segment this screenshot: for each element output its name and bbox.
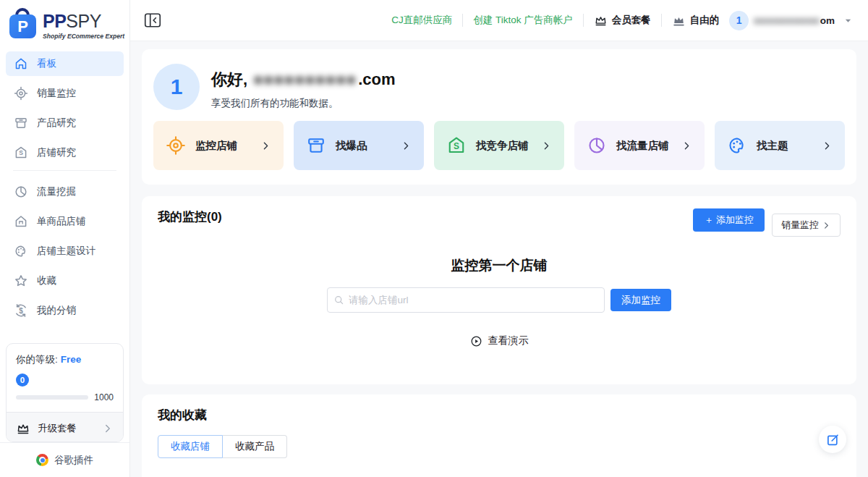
tab-favorite-shops[interactable]: 收藏店铺 (158, 435, 223, 458)
level-current-badge: 0 (16, 373, 29, 387)
pie-chart-icon (14, 185, 28, 199)
sidebar-item-label: 看板 (37, 57, 56, 70)
chevron-right-icon (401, 140, 412, 151)
target-icon (166, 135, 186, 156)
redacted-email: ●●●●●●●●●● (253, 70, 357, 89)
crown-outline-icon (594, 14, 608, 28)
dollar-cycle-icon (14, 303, 28, 318)
collapse-sidebar-icon[interactable] (144, 12, 161, 29)
brand-name: PPSPY (43, 12, 124, 30)
monitor-title: 我的监控(0) (158, 208, 222, 225)
cj-supplier-link[interactable]: CJ直邮供应商 (391, 14, 452, 27)
sidebar-item-label: 我的分销 (37, 304, 76, 317)
quick-action-find-hot-products[interactable]: 找爆品 (294, 121, 424, 170)
level-max: 1000 (94, 392, 114, 402)
view-demo-link[interactable]: 查看演示 (158, 334, 841, 347)
sidebar-item-traffic-mining[interactable]: 流量挖掘 (6, 180, 124, 204)
crown-filled-icon (672, 14, 686, 28)
sidebar-item-shop-research[interactable]: 店铺研究 (6, 140, 124, 165)
user-menu[interactable]: 1 ●●●●●●●●●●om (729, 11, 852, 30)
upgrade-label: 升级套餐 (38, 422, 77, 435)
chrome-plugin-link[interactable]: 谷歌插件 (0, 442, 129, 477)
sidebar-item-label: 流量挖掘 (37, 185, 76, 198)
search-icon (333, 295, 345, 306)
shop-url-input[interactable] (327, 287, 605, 313)
sidebar-item-label: 产品研究 (37, 117, 76, 130)
main-area: CJ直邮供应商 创建 Tiktok 广告商帐户 会员套餐 自由的 1 ●●●●●… (130, 0, 868, 477)
level-label: 你的等级:Free (16, 353, 114, 366)
home-icon (14, 56, 28, 71)
top-bar: CJ直邮供应商 创建 Tiktok 广告商帐户 会员套餐 自由的 1 ●●●●●… (130, 0, 868, 41)
sidebar-item-dashboard[interactable]: 看板 (6, 51, 124, 76)
logo-letter: P (17, 19, 28, 35)
chevron-right-icon (260, 140, 271, 151)
greeting-title: 你好, ●●●●●●●●●● .com (211, 69, 396, 90)
divider (583, 14, 584, 27)
brand-logo[interactable]: P PPSPY Shopify ECommerce Expert (0, 0, 129, 43)
add-monitor-submit-button[interactable]: 添加监控 (610, 289, 671, 311)
tab-favorite-products[interactable]: 收藏产品 (223, 435, 287, 458)
sidebar-item-product-research[interactable]: 产品研究 (6, 111, 124, 135)
favorites-tabs: 收藏店铺 收藏产品 (158, 435, 841, 458)
plugin-label: 谷歌插件 (54, 454, 93, 467)
sidebar-item-label: 店铺研究 (37, 146, 76, 159)
quick-action-monitor-shop[interactable]: 监控店铺 (153, 121, 284, 170)
palette-icon (727, 135, 747, 156)
my-favorites-card: 我的收藏 收藏店铺 收藏产品 (142, 394, 856, 477)
avatar: 1 (729, 11, 749, 30)
tiktok-ads-link[interactable]: 创建 Tiktok 广告商帐户 (473, 14, 573, 27)
divider (462, 14, 463, 27)
play-icon (470, 335, 482, 347)
sales-monitor-button[interactable]: 销量监控 (772, 214, 841, 237)
monitor-empty-title: 监控第一个店铺 (158, 256, 841, 275)
sidebar-item-single-product-store[interactable]: 单商品店铺 (6, 209, 124, 234)
greeting-subtitle: 享受我们所有的功能和数据。 (211, 97, 396, 110)
user-email: ●●●●●●●●●●om (754, 15, 835, 26)
palette-icon (14, 244, 28, 258)
target-icon (14, 86, 28, 101)
sidebar-item-sales-monitor[interactable]: 销量监控 (6, 81, 124, 106)
shop-icon (446, 135, 467, 156)
current-plan-badge[interactable]: 自由的 (672, 14, 720, 28)
quick-actions: 监控店铺 找爆品 找竞争店铺 找流量店铺 (153, 121, 845, 170)
sidebar-item-favorites[interactable]: 收藏 (6, 269, 124, 293)
content: 1 你好, ●●●●●●●●●● .com 享受我们所有的功能和数据。 监控店铺 (130, 41, 868, 477)
shop-icon (14, 145, 28, 160)
sidebar-nav: 看板 销量监控 产品研究 店铺研究 流量挖掘 单商品店铺 (0, 43, 129, 328)
favorites-title: 我的收藏 (158, 407, 841, 423)
ppspy-bag-icon: P (9, 7, 38, 40)
app-window: P PPSPY Shopify ECommerce Expert 看板 销量监控… (0, 0, 868, 477)
divider (661, 14, 662, 27)
avatar-large: 1 (153, 64, 200, 110)
sidebar-item-label: 销量监控 (37, 87, 76, 100)
chevron-right-icon (822, 221, 831, 230)
star-icon (14, 274, 28, 288)
level-card: 你的等级:Free 0 1000 升级套餐 (6, 343, 124, 442)
brand-tagline: Shopify ECommerce Expert (43, 33, 124, 40)
quick-action-find-themes[interactable]: 找主题 (715, 121, 845, 170)
greeting-card: 1 你好, ●●●●●●●●●● .com 享受我们所有的功能和数据。 监控店铺 (142, 49, 856, 185)
chevron-right-icon (681, 140, 692, 151)
quick-action-find-competitors[interactable]: 找竞争店铺 (434, 121, 564, 170)
sidebar-item-label: 店铺主题设计 (37, 245, 95, 258)
add-monitor-button[interactable]: ＋ 添加监控 (693, 208, 765, 232)
sidebar-divider (13, 170, 116, 171)
box-icon (14, 116, 28, 130)
level-value: Free (61, 354, 82, 365)
membership-plan-link[interactable]: 会员套餐 (594, 14, 651, 28)
my-monitor-card: 我的监控(0) ＋ 添加监控 销量监控 监控第一个店铺 (142, 196, 856, 384)
sidebar-item-my-affiliate[interactable]: 我的分销 (6, 298, 124, 323)
sidebar: P PPSPY Shopify ECommerce Expert 看板 销量监控… (0, 0, 130, 477)
chevron-right-icon (102, 423, 114, 434)
sidebar-item-theme-design[interactable]: 店铺主题设计 (6, 239, 124, 263)
quick-action-find-traffic-stores[interactable]: 找流量店铺 (574, 121, 705, 170)
chevron-right-icon (822, 140, 833, 151)
house-icon (14, 214, 28, 229)
chevron-right-icon (541, 140, 552, 151)
crown-icon (16, 421, 30, 436)
upgrade-plan-button[interactable]: 升级套餐 (7, 412, 123, 442)
caret-down-icon (844, 17, 852, 25)
pie-chart-icon (587, 135, 607, 156)
chrome-icon (36, 454, 48, 466)
edit-button[interactable] (819, 426, 846, 453)
